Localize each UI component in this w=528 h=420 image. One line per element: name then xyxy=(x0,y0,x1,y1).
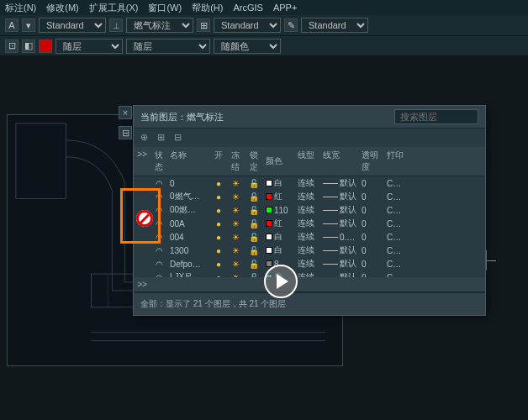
menu-extensions[interactable]: 扩展工具(X) xyxy=(89,2,139,14)
text-style-icon[interactable]: A xyxy=(5,18,18,32)
color-cell[interactable]: 红 xyxy=(263,191,295,202)
plot-cell[interactable]: Col… xyxy=(384,219,408,228)
lock-icon[interactable]: 🔓 xyxy=(245,233,263,242)
sun-icon[interactable]: ☀ xyxy=(226,233,245,242)
lock-icon[interactable]: 🔓 xyxy=(245,260,263,269)
mleader-style-select[interactable]: Standard xyxy=(301,18,368,33)
bulb-icon[interactable]: ● xyxy=(211,219,226,228)
linetype-cell[interactable]: 连续 xyxy=(295,258,320,270)
table-row[interactable]: ◠0●☀🔓白连续默认0Col… xyxy=(134,176,485,190)
plot-cell[interactable]: Col… xyxy=(384,273,408,278)
plot-cell[interactable]: Col… xyxy=(384,206,408,215)
col-linetype[interactable]: 线型 xyxy=(295,150,320,173)
color-select[interactable]: 随颜色 xyxy=(214,39,281,54)
linetype-select[interactable]: 随层 xyxy=(126,39,210,54)
sun-icon[interactable]: ☀ xyxy=(226,192,245,202)
col-name[interactable]: 名称 xyxy=(167,150,211,173)
transparency-cell[interactable]: 0 xyxy=(359,192,384,202)
bulb-icon[interactable]: ● xyxy=(211,246,226,255)
plot-cell[interactable]: Col… xyxy=(384,260,408,269)
layer-name[interactable]: 1300 xyxy=(167,246,211,255)
expand-toggle[interactable]: >> xyxy=(134,150,150,173)
tool-icon-1[interactable]: ⊡ xyxy=(5,39,18,53)
linetype-cell[interactable]: 连续 xyxy=(295,231,320,243)
transparency-cell[interactable]: 0 xyxy=(359,233,384,242)
menu-annotate[interactable]: 标注(N) xyxy=(5,2,36,14)
lock-icon[interactable]: 🔓 xyxy=(245,192,263,202)
sun-icon[interactable]: ☀ xyxy=(226,219,245,228)
table-row[interactable]: ◠1300●☀🔓白连续默认0Col… xyxy=(134,244,485,257)
col-on[interactable]: 开 xyxy=(211,150,226,173)
plot-cell[interactable]: Col… xyxy=(384,233,408,242)
bulb-icon[interactable]: ● xyxy=(211,260,226,269)
plot-cell[interactable]: Col… xyxy=(384,179,408,188)
lineweight-cell[interactable]: 默认 xyxy=(320,177,359,189)
linetype-cell[interactable]: 连续 xyxy=(295,271,320,277)
lock-icon[interactable]: 🔓 xyxy=(245,273,263,278)
layer-name[interactable]: 0燃气… xyxy=(167,191,211,202)
table-row[interactable]: ◠LJX尺…●☀🔓青连续默认0Col… xyxy=(134,270,485,277)
table-row[interactable]: ◠004●☀🔓白连续0.1…0Col… xyxy=(134,230,485,244)
col-freeze[interactable]: 冻结 xyxy=(226,150,245,173)
color-swatch-icon[interactable] xyxy=(39,39,52,53)
delete-layer-icon[interactable]: ⊟ xyxy=(174,132,186,144)
lock-icon[interactable]: 🔓 xyxy=(245,246,263,255)
color-cell[interactable]: 红 xyxy=(263,218,295,229)
menu-arcgis[interactable]: ArcGIS xyxy=(233,3,262,13)
color-cell[interactable]: 白 xyxy=(263,177,295,189)
transparency-cell[interactable]: 0 xyxy=(359,246,384,255)
dim-style-select[interactable]: 燃气标注 xyxy=(126,18,193,33)
transparency-cell[interactable]: 0 xyxy=(359,260,384,269)
color-cell[interactable]: 白 xyxy=(263,231,295,243)
layer-search-input[interactable] xyxy=(394,109,478,124)
lineweight-cell[interactable]: 0.1… xyxy=(320,233,359,242)
plot-cell[interactable]: Col… xyxy=(384,192,408,202)
layer-select[interactable]: 随层 xyxy=(55,39,123,54)
panel-close-icon[interactable]: × xyxy=(119,106,132,119)
col-lineweight[interactable]: 线宽 xyxy=(320,150,359,173)
panel-pin-icon[interactable]: ⊟ xyxy=(119,126,132,139)
tool-icon-2[interactable]: ◧ xyxy=(22,39,35,53)
col-status[interactable]: 状态 xyxy=(150,150,167,173)
lineweight-cell[interactable]: 默认 xyxy=(320,258,359,270)
layer-name[interactable]: 0 xyxy=(167,179,211,188)
transparency-cell[interactable]: 0 xyxy=(359,179,384,188)
transparency-cell[interactable]: 0 xyxy=(359,219,384,228)
linetype-cell[interactable]: 连续 xyxy=(295,244,320,256)
bulb-icon[interactable]: ● xyxy=(211,179,226,188)
table-row[interactable]: ◠00燃…●☀🔓110连续默认0Col… xyxy=(134,203,485,217)
new-layer-icon[interactable]: ⊕ xyxy=(140,132,152,144)
lineweight-cell[interactable]: 默认 xyxy=(320,204,359,216)
sun-icon[interactable]: ☀ xyxy=(226,260,245,269)
linetype-cell[interactable]: 连续 xyxy=(295,204,320,216)
bulb-icon[interactable]: ● xyxy=(211,273,226,278)
sun-icon[interactable]: ☀ xyxy=(226,206,245,215)
table-style-select[interactable]: Standard xyxy=(214,18,281,33)
lineweight-cell[interactable]: 默认 xyxy=(320,191,359,202)
lock-icon[interactable]: 🔓 xyxy=(245,206,263,215)
col-plot[interactable]: 打印 xyxy=(384,150,408,173)
menu-modify[interactable]: 修改(M) xyxy=(46,2,79,14)
linetype-cell[interactable]: 连续 xyxy=(295,177,320,189)
lineweight-cell[interactable]: 默认 xyxy=(320,244,359,256)
new-filter-icon[interactable]: ⊞ xyxy=(157,132,169,144)
video-play-button[interactable] xyxy=(264,265,298,298)
layer-name[interactable]: 00燃… xyxy=(167,204,211,216)
dropdown-icon[interactable]: ▾ xyxy=(22,18,35,32)
sun-icon[interactable]: ☀ xyxy=(226,246,245,255)
table-row[interactable]: ◠Defpo…●☀🔓8连续默认0Col… xyxy=(134,257,485,270)
lineweight-cell[interactable]: 默认 xyxy=(320,218,359,229)
table-style-icon[interactable]: ⊞ xyxy=(197,18,210,32)
menu-window[interactable]: 窗口(W) xyxy=(148,2,182,14)
mleader-style-icon[interactable]: ✎ xyxy=(284,18,298,32)
layer-name[interactable]: Defpo… xyxy=(167,260,211,269)
bulb-icon[interactable]: ● xyxy=(211,192,226,202)
menu-help[interactable]: 帮助(H) xyxy=(192,2,223,14)
lock-icon[interactable]: 🔓 xyxy=(245,219,263,228)
layer-name[interactable]: 00A xyxy=(167,219,211,228)
lineweight-cell[interactable]: 默认 xyxy=(320,271,359,277)
col-transparency[interactable]: 透明度 xyxy=(359,150,384,173)
bulb-icon[interactable]: ● xyxy=(211,233,226,242)
linetype-cell[interactable]: 连续 xyxy=(295,218,320,229)
bulb-icon[interactable]: ● xyxy=(211,206,226,215)
